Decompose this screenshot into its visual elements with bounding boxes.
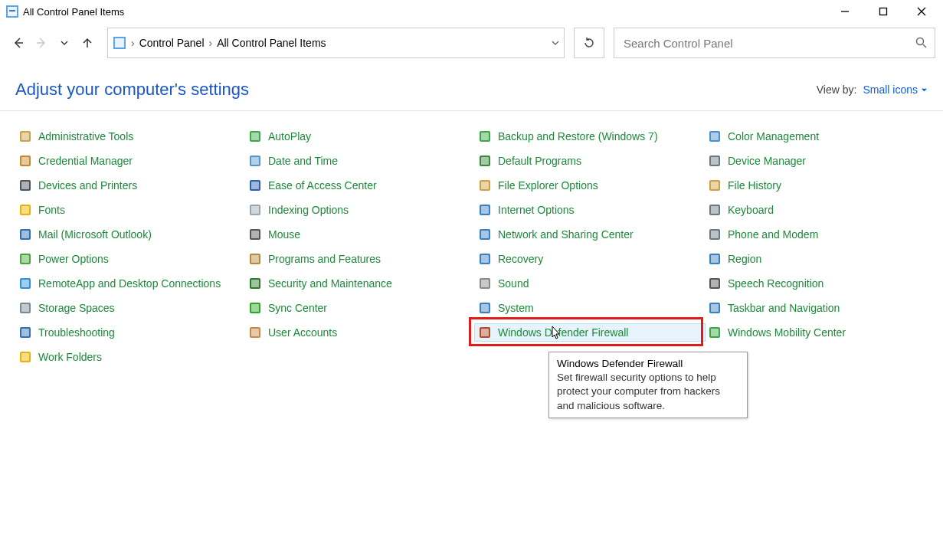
cp-item-fonts[interactable]: Fonts: [15, 201, 245, 218]
cp-item-label: Security and Maintenance: [268, 277, 392, 290]
sound-icon: [478, 277, 492, 290]
cp-item-label: Sync Center: [268, 302, 327, 314]
cp-item-user-accounts[interactable]: User Accounts: [245, 324, 475, 341]
storage-spaces-icon: [18, 301, 32, 315]
heading-row: Adjust your computer's settings View by:…: [0, 66, 943, 110]
cp-item-internet-options[interactable]: Internet Options: [475, 201, 705, 218]
cp-item-label: Default Programs: [498, 155, 581, 167]
svg-rect-23: [21, 157, 29, 165]
search-icon[interactable]: [915, 36, 927, 51]
cp-item-label: Internet Options: [498, 204, 575, 216]
svg-rect-15: [21, 133, 29, 140]
cp-item-date-and-time[interactable]: Date and Time: [245, 152, 475, 169]
cp-item-mail-outlook[interactable]: Mail (Microsoft Outlook): [15, 226, 245, 243]
search-box[interactable]: [614, 28, 935, 58]
cp-item-label: System: [498, 302, 534, 314]
cp-item-label: Troubleshooting: [38, 326, 115, 339]
cp-item-troubleshooting[interactable]: Troubleshooting: [15, 324, 245, 341]
programs-and-features-icon: [248, 252, 262, 266]
cp-item-label: Fonts: [38, 204, 65, 216]
cp-item-windows-mobility-center[interactable]: Windows Mobility Center: [705, 324, 935, 341]
cp-item-system[interactable]: System: [475, 300, 705, 316]
cp-item-power-options[interactable]: Power Options: [15, 251, 245, 267]
up-button[interactable]: [80, 35, 95, 51]
svg-rect-33: [251, 182, 259, 189]
cp-item-work-folders[interactable]: Work Folders: [15, 349, 245, 365]
credential-manager-icon: [18, 154, 32, 168]
address-bar[interactable]: › Control Panel › All Control Panel Item…: [107, 28, 565, 58]
address-dropdown-icon[interactable]: [552, 37, 559, 49]
cp-item-windows-defender-firewall[interactable]: Windows Defender Firewall: [475, 324, 705, 341]
file-explorer-options-icon: [478, 178, 492, 192]
work-folders-icon: [18, 350, 32, 364]
svg-rect-69: [711, 280, 719, 287]
svg-rect-35: [481, 182, 489, 189]
cp-item-label: Mail (Microsoft Outlook): [38, 228, 152, 241]
svg-rect-43: [481, 206, 489, 214]
cp-item-devices-and-printers[interactable]: Devices and Printers: [15, 177, 245, 194]
cp-item-ease-of-access-center[interactable]: Ease of Access Center: [245, 177, 475, 194]
breadcrumb-root[interactable]: Control Panel: [139, 37, 205, 49]
cp-item-programs-and-features[interactable]: Programs and Features: [245, 251, 475, 267]
refresh-button[interactable]: [574, 28, 604, 58]
nav-row: › Control Panel › All Control Panel Item…: [0, 23, 943, 66]
cp-item-label: Region: [728, 253, 761, 265]
svg-rect-4: [880, 8, 887, 15]
svg-rect-29: [711, 157, 719, 165]
breadcrumb-chevron-icon[interactable]: ›: [131, 37, 135, 49]
cp-item-backup-and-restore[interactable]: Backup and Restore (Windows 7): [475, 128, 705, 145]
cp-item-taskbar-and-navigation[interactable]: Taskbar and Navigation: [705, 300, 935, 316]
date-and-time-icon: [248, 154, 262, 168]
back-button[interactable]: [11, 35, 26, 51]
cp-item-keyboard[interactable]: Keyboard: [705, 201, 935, 218]
cp-item-label: Recovery: [498, 253, 543, 265]
svg-rect-83: [481, 329, 489, 336]
file-history-icon: [708, 178, 722, 192]
cp-item-label: Devices and Printers: [38, 179, 137, 192]
cp-item-speech-recognition[interactable]: Speech Recognition: [705, 275, 935, 292]
windows-mobility-center-icon: [708, 326, 722, 339]
cp-item-sound[interactable]: Sound: [475, 275, 705, 292]
title-bar: All Control Panel Items: [0, 0, 943, 23]
minimize-button[interactable]: [834, 1, 856, 22]
cp-item-region[interactable]: Region: [705, 251, 935, 267]
svg-rect-59: [481, 255, 489, 263]
svg-rect-55: [21, 255, 29, 263]
cp-item-autoplay[interactable]: AutoPlay: [245, 128, 475, 145]
power-options-icon: [18, 252, 32, 266]
sync-center-icon: [248, 301, 262, 315]
cp-item-color-management[interactable]: Color Management: [705, 128, 935, 145]
svg-rect-79: [21, 329, 29, 336]
taskbar-and-navigation-icon: [708, 301, 722, 315]
maximize-button[interactable]: [873, 1, 894, 22]
cp-item-credential-manager[interactable]: Credential Manager: [15, 152, 245, 169]
search-input[interactable]: [622, 36, 909, 51]
cp-item-network-and-sharing-center[interactable]: Network and Sharing Center: [475, 226, 705, 243]
cp-item-label: Work Folders: [38, 351, 102, 363]
svg-rect-31: [21, 182, 29, 189]
close-button[interactable]: [911, 1, 932, 22]
svg-rect-61: [711, 255, 719, 263]
cp-item-mouse[interactable]: Mouse: [245, 226, 475, 243]
cp-item-file-explorer-options[interactable]: File Explorer Options: [475, 177, 705, 194]
cp-item-phone-and-modem[interactable]: Phone and Modem: [705, 226, 935, 243]
backup-and-restore-icon: [478, 129, 492, 143]
cp-item-recovery[interactable]: Recovery: [475, 251, 705, 267]
breadcrumb-current[interactable]: All Control Panel Items: [217, 37, 326, 49]
region-icon: [708, 252, 722, 266]
forward-button[interactable]: [34, 35, 49, 51]
autoplay-icon: [248, 129, 262, 143]
cp-item-remoteapp-desktop-connections[interactable]: RemoteApp and Desktop Connections: [15, 275, 245, 292]
cp-item-administrative-tools[interactable]: Administrative Tools: [15, 128, 245, 145]
cp-item-security-and-maintenance[interactable]: Security and Maintenance: [245, 275, 475, 292]
cp-item-device-manager[interactable]: Device Manager: [705, 152, 935, 169]
view-by-dropdown[interactable]: Small icons: [863, 84, 928, 96]
cp-item-default-programs[interactable]: Default Programs: [475, 152, 705, 169]
cp-item-storage-spaces[interactable]: Storage Spaces: [15, 300, 245, 316]
recent-locations-dropdown[interactable]: [57, 35, 72, 51]
cp-item-sync-center[interactable]: Sync Center: [245, 300, 475, 316]
cp-item-file-history[interactable]: File History: [705, 177, 935, 194]
breadcrumb-chevron-icon[interactable]: ›: [209, 37, 213, 49]
cp-item-indexing-options[interactable]: Indexing Options: [245, 201, 475, 218]
svg-rect-11: [115, 38, 124, 47]
